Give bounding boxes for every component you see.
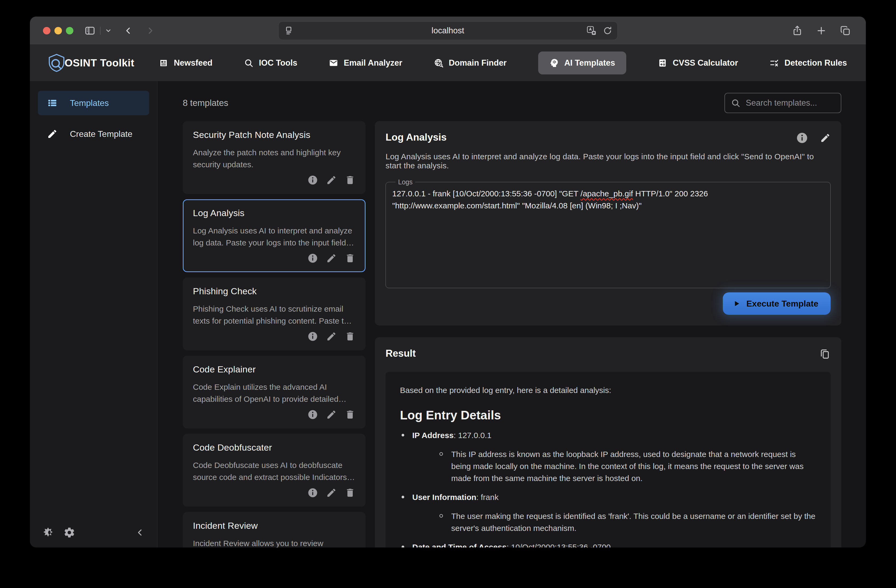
- edit-icon[interactable]: [326, 175, 337, 186]
- result-item: User Information: frank The user making …: [400, 491, 816, 534]
- result-panel: Result Based on the provided log entry, …: [375, 337, 841, 547]
- search-templates-input[interactable]: [746, 98, 835, 108]
- reload-icon[interactable]: [602, 26, 613, 36]
- template-detail-panel: Log Analysis Log Analysis uses AI to int…: [375, 121, 841, 326]
- delete-icon[interactable]: [345, 331, 355, 342]
- collapse-sidebar-icon[interactable]: [135, 528, 145, 537]
- edit-icon[interactable]: [326, 253, 337, 264]
- zoom-window-button[interactable]: [66, 27, 73, 34]
- result-title: Result: [386, 348, 416, 359]
- template-count: 8 templates: [183, 98, 229, 108]
- theme-toggle-icon[interactable]: [42, 527, 54, 538]
- logs-input-field[interactable]: Logs 127.0.0.1 - frank [10/Oct/2000:13:5…: [386, 178, 830, 288]
- rule-icon: [770, 58, 779, 68]
- template-card-incident-review[interactable]: Incident Review Incident Review allows y…: [183, 512, 366, 547]
- ai-head-icon: [549, 58, 559, 68]
- toggle-sidebar-icon[interactable]: [84, 25, 96, 37]
- execute-template-button[interactable]: Execute Template: [723, 292, 830, 315]
- app-logo: OSINT Toolkit: [46, 53, 134, 73]
- delete-icon[interactable]: [345, 409, 355, 420]
- info-icon[interactable]: [307, 175, 318, 186]
- sidebar-item-templates[interactable]: Templates: [38, 91, 149, 115]
- search-templates-box[interactable]: [724, 93, 841, 113]
- window-controls: [43, 27, 73, 34]
- edit-icon[interactable]: [326, 409, 337, 420]
- page-settings-icon[interactable]: [283, 25, 294, 36]
- logs-value[interactable]: 127.0.0.1 - frank [10/Oct/2000:13:55:36 …: [392, 187, 824, 212]
- globe-search-icon: [434, 58, 443, 68]
- new-tab-icon[interactable]: [816, 25, 827, 36]
- divider: [100, 27, 101, 35]
- sidebar-footer: [30, 518, 157, 547]
- copy-icon[interactable]: [819, 348, 830, 360]
- nav-item-newsfeed[interactable]: Newsfeed: [159, 52, 212, 75]
- app-header: OSINT Toolkit Newsfeed IOC Tools Email A…: [30, 45, 866, 81]
- nav-item-ioc-tools[interactable]: IOC Tools: [244, 52, 297, 75]
- search-icon: [244, 58, 253, 68]
- tab-overview-icon[interactable]: [840, 25, 851, 36]
- email-icon: [329, 58, 338, 68]
- delete-icon[interactable]: [345, 175, 355, 186]
- list-icon: [47, 97, 58, 108]
- result-subitem: The user making the request is identifie…: [438, 510, 816, 534]
- delete-icon[interactable]: [345, 487, 355, 498]
- forward-icon[interactable]: [145, 26, 155, 35]
- browser-window: localhost OSINT Toolkit Newsfeed IOC To: [30, 17, 866, 547]
- main-nav: Newsfeed IOC Tools Email Analyzer Domain…: [159, 52, 847, 75]
- browser-titlebar: localhost: [30, 17, 866, 45]
- calculator-icon: [658, 58, 667, 68]
- nav-item-ai-templates[interactable]: AI Templates: [538, 52, 626, 75]
- sidebar: Templates Create Template: [30, 81, 157, 547]
- chevron-down-icon[interactable]: [105, 27, 112, 34]
- search-icon: [731, 98, 741, 108]
- close-window-button[interactable]: [43, 27, 50, 34]
- template-card-log-analysis-selected[interactable]: Log Analysis Log Analysis uses AI to int…: [183, 199, 366, 272]
- detail-title: Log Analysis: [386, 132, 446, 143]
- template-card-code-deobfuscater[interactable]: Code Deobfuscater Code Deobfuscate uses …: [183, 434, 366, 507]
- result-item: Date and Time of Access: 10/Oct/2000:13:…: [400, 541, 816, 547]
- sidebar-item-create-template[interactable]: Create Template: [38, 122, 149, 146]
- app-title: OSINT Toolkit: [65, 57, 134, 69]
- address-bar[interactable]: localhost: [278, 21, 618, 40]
- template-card-code-explainer[interactable]: Code Explainer Code Explain utilizes the…: [183, 356, 366, 428]
- delete-icon[interactable]: [345, 253, 355, 264]
- template-card-phishing-check[interactable]: Phishing Check Phishing Check uses AI to…: [183, 277, 366, 350]
- info-icon[interactable]: [307, 409, 318, 420]
- result-item: IP Address: 127.0.0.1 This IP address is…: [400, 429, 816, 484]
- info-icon[interactable]: [307, 253, 318, 264]
- newsfeed-icon: [159, 58, 168, 68]
- play-icon: [733, 300, 741, 308]
- nav-item-cvss-calculator[interactable]: CVSS Calculator: [658, 52, 738, 75]
- info-icon[interactable]: [307, 487, 318, 498]
- share-icon[interactable]: [792, 25, 803, 36]
- info-icon[interactable]: [796, 132, 808, 144]
- result-intro: Based on the provided log entry, here is…: [400, 384, 816, 396]
- settings-gear-icon[interactable]: [64, 527, 75, 538]
- nav-item-email-analyzer[interactable]: Email Analyzer: [329, 52, 402, 75]
- nav-item-detection-rules[interactable]: Detection Rules: [770, 52, 847, 75]
- result-heading: Log Entry Details: [400, 408, 816, 422]
- edit-icon[interactable]: [820, 133, 830, 143]
- minimize-window-button[interactable]: [55, 27, 62, 34]
- template-list: Security Patch Note Analysis Analyze the…: [183, 121, 366, 547]
- template-card-security-patch-note-analysis[interactable]: Security Patch Note Analysis Analyze the…: [183, 121, 366, 194]
- nav-item-domain-finder[interactable]: Domain Finder: [434, 52, 507, 75]
- result-subitem: This IP address is known as the loopback…: [438, 448, 816, 484]
- edit-icon[interactable]: [326, 487, 337, 498]
- back-icon[interactable]: [123, 26, 133, 35]
- logs-label: Logs: [395, 178, 415, 186]
- translate-icon[interactable]: [586, 25, 597, 36]
- url-text: localhost: [279, 26, 617, 35]
- result-output: Based on the provided log entry, here is…: [386, 372, 830, 547]
- content-area: 8 templates Security Patch Note Analysis…: [157, 81, 866, 547]
- shield-logo-icon: [46, 53, 67, 73]
- pencil-icon: [47, 129, 58, 139]
- detail-description: Log Analysis uses AI to interpret and an…: [386, 152, 830, 170]
- edit-icon[interactable]: [326, 331, 337, 342]
- info-icon[interactable]: [307, 331, 318, 342]
